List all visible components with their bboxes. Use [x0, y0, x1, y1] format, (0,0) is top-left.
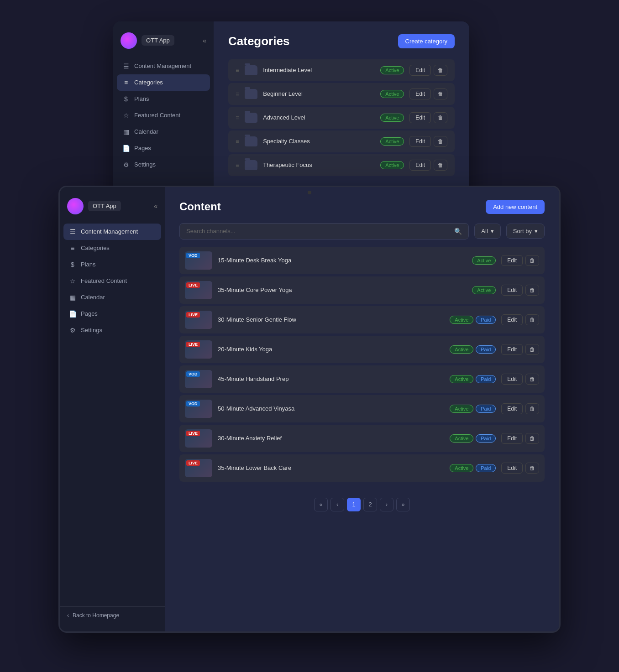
prev-page-button[interactable]: ‹ [330, 498, 344, 511]
delete-button[interactable]: 🗑 [525, 344, 539, 355]
edit-button[interactable]: Edit [409, 112, 431, 123]
paid-badge: Paid [476, 434, 496, 443]
delete-button[interactable]: 🗑 [525, 314, 539, 325]
front-categories-icon: ≡ [69, 245, 76, 252]
delete-button[interactable]: 🗑 [525, 433, 539, 444]
create-category-button[interactable]: Create category [398, 34, 455, 48]
drag-handle-icon[interactable]: ≡ [236, 114, 239, 121]
last-page-button[interactable]: » [396, 498, 410, 511]
front-pages-icon: 📄 [69, 310, 76, 318]
category-name: Intermediate Level [263, 67, 375, 73]
drag-handle-icon[interactable]: ≡ [236, 138, 239, 145]
status-badge: Active [380, 161, 404, 169]
back-plans-icon: $ [122, 95, 130, 103]
front-nav-plans[interactable]: $ Plans [63, 256, 161, 273]
back-collapse-icon[interactable]: « [203, 37, 206, 44]
back-panel-title: Categories [228, 34, 289, 48]
front-nav-calendar-label: Calendar [81, 294, 105, 301]
status-badge: Active [380, 137, 404, 146]
status-badges: Active Paid [450, 345, 496, 354]
next-page-button[interactable]: › [380, 498, 393, 511]
status-badge: Active [472, 256, 496, 265]
front-nav-categories[interactable]: ≡ Categories [63, 240, 161, 256]
delete-button[interactable]: 🗑 [434, 89, 447, 99]
sort-by-dropdown[interactable]: Sort by ▾ [506, 224, 545, 239]
status-badge: Active [380, 66, 404, 74]
delete-button[interactable]: 🗑 [434, 65, 447, 76]
front-nav-settings-label: Settings [81, 327, 102, 333]
delete-button[interactable]: 🗑 [525, 285, 539, 296]
list-item: LIVE 30-Minute Senior Gentle Flow Active… [179, 306, 545, 333]
front-nav-settings[interactable]: ⚙ Settings [63, 322, 161, 339]
content-thumbnail: LIVE [185, 459, 212, 477]
edit-button[interactable]: Edit [501, 403, 523, 414]
table-row: ≡ Intermediate Level Active Edit 🗑 [228, 59, 455, 81]
paid-badge: Paid [476, 316, 496, 324]
edit-button[interactable]: Edit [501, 285, 523, 296]
front-content-management-icon: ☰ [69, 228, 76, 235]
back-nav-featured[interactable]: ☆ Featured Content [117, 107, 210, 124]
edit-button[interactable]: Edit [501, 255, 523, 266]
delete-button[interactable]: 🗑 [525, 403, 539, 414]
search-box[interactable]: Search channels... 🔍 [179, 223, 469, 240]
edit-button[interactable]: Edit [409, 160, 431, 171]
edit-button[interactable]: Edit [501, 314, 523, 325]
action-buttons: Edit 🗑 [409, 65, 447, 76]
first-page-button[interactable]: « [314, 498, 328, 511]
front-nav-pages[interactable]: 📄 Pages [63, 306, 161, 322]
back-nav-categories[interactable]: ≡ Categories [117, 74, 210, 91]
delete-button[interactable]: 🗑 [434, 112, 447, 123]
drag-handle-icon[interactable]: ≡ [236, 90, 239, 98]
action-buttons: Edit 🗑 [501, 463, 539, 474]
page-2-button[interactable]: 2 [363, 498, 377, 511]
back-nav-settings[interactable]: ⚙ Settings [117, 156, 210, 173]
edit-button[interactable]: Edit [409, 65, 431, 76]
front-back-to-homepage[interactable]: ‹ Back to Homepage [67, 612, 157, 619]
front-settings-icon: ⚙ [69, 327, 76, 334]
search-filter-row: Search channels... 🔍 All ▾ Sort by ▾ [179, 223, 545, 240]
delete-button[interactable]: 🗑 [525, 255, 539, 266]
back-nav-content-management[interactable]: ☰ Content Management [117, 58, 210, 74]
drag-handle-icon[interactable]: ≡ [236, 161, 239, 169]
front-nav-calendar[interactable]: ▦ Calendar [63, 289, 161, 306]
edit-button[interactable]: Edit [409, 89, 431, 99]
front-nav-featured[interactable]: ☆ Featured Content [63, 273, 161, 289]
content-name: 30-Minute Senior Gentle Flow [218, 316, 444, 323]
category-name: Advanced Level [263, 114, 375, 121]
laptop-camera [308, 191, 311, 194]
back-nav-plans[interactable]: $ Plans [117, 91, 210, 107]
front-nav-content-management[interactable]: ☰ Content Management [63, 224, 161, 240]
edit-button[interactable]: Edit [501, 374, 523, 385]
edit-button[interactable]: Edit [409, 136, 431, 147]
paid-badge: Paid [476, 405, 496, 413]
edit-button[interactable]: Edit [501, 433, 523, 444]
add-new-content-button[interactable]: Add new content [486, 200, 545, 214]
back-nav-pages[interactable]: 📄 Pages [117, 140, 210, 156]
drag-handle-icon[interactable]: ≡ [236, 67, 239, 74]
status-badge: Active [450, 464, 473, 472]
front-collapse-icon[interactable]: « [154, 203, 157, 210]
content-name: 35-Minute Lower Back Care [218, 464, 444, 471]
delete-button[interactable]: 🗑 [434, 160, 447, 171]
back-nav-calendar[interactable]: ▦ Calendar [117, 124, 210, 140]
page-1-button[interactable]: 1 [347, 498, 361, 511]
folder-icon [245, 113, 257, 123]
filter-chevron-icon: ▾ [491, 228, 494, 234]
status-badge: Active [472, 286, 496, 294]
front-calendar-icon: ▦ [69, 294, 76, 301]
status-badges: Active Paid [450, 405, 496, 413]
category-name: Beginner Level [263, 90, 375, 97]
delete-button[interactable]: 🗑 [525, 463, 539, 474]
edit-button[interactable]: Edit [501, 344, 523, 355]
status-badge: Active [450, 375, 473, 383]
filter-all-dropdown[interactable]: All ▾ [474, 224, 500, 239]
table-row: ≡ Therapeutic Focus Active Edit 🗑 [228, 154, 455, 176]
delete-button[interactable]: 🗑 [434, 136, 447, 147]
content-name: 45-Minute Handstand Prep [218, 375, 444, 382]
content-thumbnail: LIVE [185, 281, 212, 299]
delete-button[interactable]: 🗑 [525, 374, 539, 385]
edit-button[interactable]: Edit [501, 463, 523, 474]
action-buttons: Edit 🗑 [409, 160, 447, 171]
status-badge: Active [450, 316, 473, 324]
front-panel-title: Content [179, 200, 221, 213]
